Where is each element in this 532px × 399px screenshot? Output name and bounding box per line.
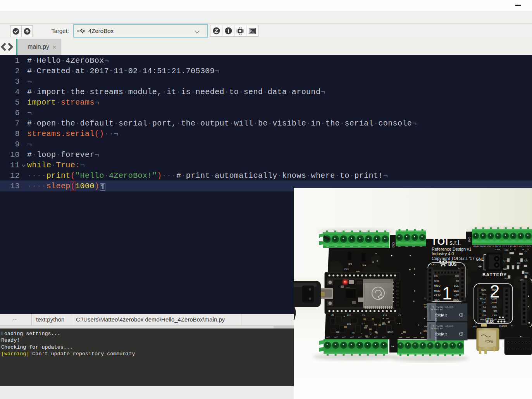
svg-text:CN5: CN5	[344, 268, 349, 270]
svg-text:RST: RST	[492, 314, 497, 316]
svg-text:RX: RX	[483, 310, 486, 312]
svg-text:C7: C7	[398, 314, 401, 316]
svg-text:CN8: CN8	[495, 248, 500, 251]
svg-text:GND: GND	[453, 299, 459, 302]
svg-text:Q1: Q1	[370, 332, 372, 335]
svg-text:R20: R20	[382, 323, 386, 325]
svg-text:R26: R26	[524, 260, 528, 262]
svg-text:TX: TX	[483, 306, 486, 308]
svg-text:CLICK1: CLICK1	[428, 263, 436, 266]
svg-text:C1: C1	[525, 250, 527, 253]
svg-text:C12: C12	[525, 272, 529, 274]
svg-text:SCL: SCL	[481, 301, 486, 304]
svg-text:R18: R18	[383, 314, 387, 316]
svg-text:SR14: SR14	[387, 331, 393, 333]
svg-text:TX RX: TX RX	[510, 248, 532, 251]
svg-text:R6: R6	[352, 332, 355, 334]
svg-text:MOSI: MOSI	[434, 289, 441, 292]
svg-text:CN3: CN3	[392, 242, 395, 248]
svg-text:+: +	[478, 263, 482, 270]
svg-text:D2: D2	[336, 331, 339, 333]
svg-text:U5: U5	[331, 314, 334, 316]
svg-text:Industry 4.0: Industry 4.0	[432, 251, 454, 256]
svg-text:CN2: CN2	[468, 237, 471, 242]
svg-text:JP1: JP1	[423, 303, 427, 306]
svg-text:U6: U6	[424, 325, 427, 328]
svg-text:C11: C11	[517, 262, 520, 264]
svg-text:5A 250V AC: 5A 250V AC	[430, 327, 442, 330]
svg-text:PWM: PWM	[480, 318, 486, 321]
svg-text:+3.3V: +3.3V	[434, 294, 441, 297]
svg-text:1: 1	[442, 283, 452, 303]
svg-text:s.r.l.: s.r.l.	[449, 239, 461, 246]
svg-text:5A 250V AC: 5A 250V AC	[430, 308, 442, 311]
svg-text:BUS: BUS	[448, 262, 456, 267]
svg-text:JP4: JP4	[362, 264, 366, 267]
svg-text:VDSP: VDSP	[480, 298, 486, 300]
svg-text:GND: GND	[480, 289, 486, 291]
svg-text:INT: INT	[482, 314, 486, 316]
svg-text:CN7: CN7	[502, 343, 504, 347]
svg-text:SDA: SDA	[454, 289, 459, 292]
svg-text:SD1: SD1	[473, 325, 477, 328]
svg-text:JP2: JP2	[423, 330, 427, 332]
svg-text:RX: RX	[455, 275, 459, 277]
svg-text:SH2: SH2	[503, 268, 507, 270]
svg-text:omron G6RL-1: omron G6RL-1	[432, 325, 453, 328]
svg-text:R27: R27	[503, 260, 507, 262]
svg-text:BUS: BUS	[486, 320, 494, 324]
svg-text:SCK: SCK	[492, 306, 497, 308]
svg-text:GND: GND	[476, 257, 484, 261]
svg-text:AN: AN	[494, 318, 497, 321]
svg-text:Reference Design v1: Reference Design v1	[432, 247, 472, 251]
svg-text:JP3: JP3	[348, 263, 352, 265]
svg-text:R25: R25	[504, 277, 508, 280]
svg-text:C9: C9	[362, 314, 365, 316]
svg-text:U12: U12	[504, 249, 508, 251]
svg-text:+5V: +5V	[454, 294, 459, 297]
svg-text:CS: CS	[494, 310, 497, 312]
svg-text:+5V: +5V	[482, 293, 486, 296]
svg-text:TOI: TOI	[431, 236, 448, 247]
svg-text:b+: b+	[391, 345, 394, 347]
svg-text:MOSI: MOSI	[491, 298, 497, 300]
svg-text:R22: R22	[347, 314, 351, 316]
svg-text:omron G6RL-1: omron G6RL-1	[432, 306, 453, 309]
svg-text:GND: GND	[434, 299, 440, 302]
svg-text:+3.3V: +3.3V	[491, 293, 497, 296]
svg-text:CS: CS	[434, 275, 438, 277]
svg-text:MISO: MISO	[434, 284, 441, 287]
svg-text:CLICK2: CLICK2	[499, 325, 507, 327]
svg-text:C4: C4	[398, 322, 400, 325]
svg-text:SCL: SCL	[454, 284, 459, 287]
svg-text:R24: R24	[347, 323, 351, 325]
svg-text:C2: C2	[362, 322, 365, 325]
svg-text:TX: TX	[456, 280, 459, 282]
svg-text:GND: GND	[491, 289, 497, 291]
svg-text:U7: U7	[424, 306, 427, 308]
svg-text:L10: L10	[475, 322, 479, 325]
svg-text:GND DIO1 DIO2 DIO3 232 232 4: GND DIO1 DIO2 DIO3 232 232 485 485 GND	[473, 245, 531, 248]
svg-text:BATTERY: BATTERY	[482, 272, 507, 277]
svg-text:SCK: SCK	[434, 280, 439, 282]
svg-text:MISO: MISO	[491, 301, 497, 304]
